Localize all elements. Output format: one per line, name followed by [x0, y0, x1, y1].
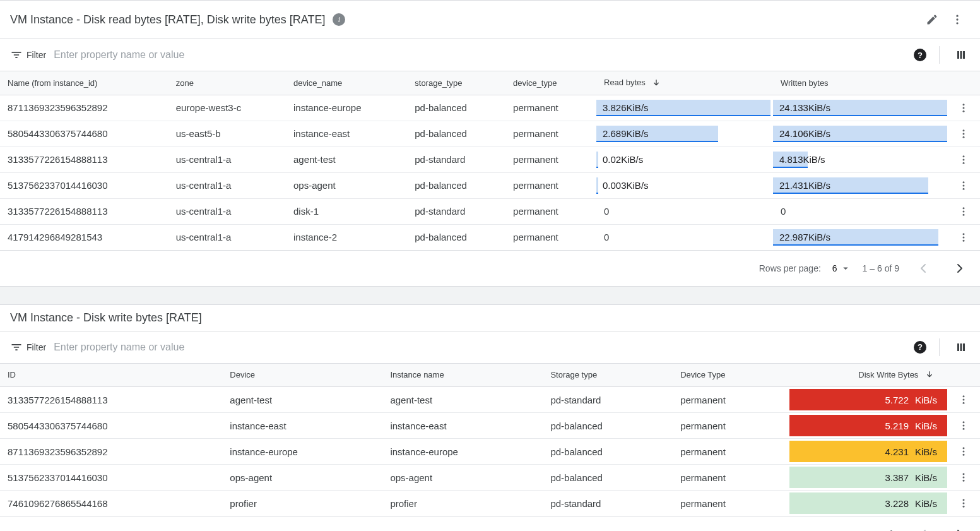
col-devtype[interactable]: Device Type	[673, 364, 789, 387]
cell-id: 3133577226154888113	[0, 387, 222, 413]
row-menu-button[interactable]	[955, 468, 972, 486]
cell-instance: ops-agent	[382, 465, 543, 491]
info-icon[interactable]: i	[333, 13, 345, 26]
more-vert-icon	[951, 13, 964, 26]
svg-point-23	[963, 402, 965, 404]
row-menu-button[interactable]	[955, 494, 972, 512]
cell-devtype: permanent	[673, 413, 789, 439]
panel2-header: VM Instance - Disk write bytes [RATE]	[0, 305, 980, 331]
column-settings-button[interactable]	[952, 338, 970, 356]
cell-read-bytes: 0.02KiB/s	[594, 146, 770, 172]
chevron-left-icon	[916, 261, 931, 276]
cell-disk-write: 5.722KiB/s	[789, 387, 947, 413]
cell-storage: pd-balanced	[543, 439, 673, 465]
table-row: 5137562337014416030ops-agentops-agentpd-…	[0, 465, 980, 491]
cell-instance: instance-europe	[382, 439, 543, 465]
row-menu-button[interactable]	[955, 443, 972, 460]
cell-zone: europe-west3-c	[168, 95, 286, 121]
cell-storage-type: pd-balanced	[407, 121, 505, 146]
svg-point-0	[956, 15, 958, 17]
table-row: 417914296849281543us-central1-ainstance-…	[0, 224, 980, 250]
col-storage-type[interactable]: storage_type	[407, 71, 505, 95]
column-settings-button[interactable]	[952, 46, 970, 64]
panel-more-button[interactable]	[945, 7, 970, 32]
cell-device-name: agent-test	[286, 146, 407, 172]
cell-name: 5805443306375744680	[0, 121, 168, 146]
row-menu-button[interactable]	[955, 125, 972, 143]
col-storage[interactable]: Storage type	[543, 364, 673, 387]
panel-disk-read-write: VM Instance - Disk read bytes [RATE], Di…	[0, 0, 980, 287]
svg-point-21	[963, 395, 965, 397]
more-vert-icon	[958, 394, 969, 405]
panel1-filter-input[interactable]	[54, 43, 906, 67]
prev-page-button[interactable]	[911, 256, 936, 281]
col-id[interactable]: ID	[0, 364, 222, 387]
row-menu-button[interactable]	[955, 229, 972, 246]
panel2-header-row: ID Device Instance name Storage type Dev…	[0, 364, 980, 387]
svg-point-28	[963, 451, 965, 453]
filter-list-icon	[10, 49, 23, 61]
cell-disk-write: 3.228KiB/s	[789, 491, 947, 516]
cell-written-bytes: 0	[770, 198, 947, 224]
dropdown-icon	[840, 263, 851, 274]
col-instance[interactable]: Instance name	[382, 364, 543, 387]
cell-read-bytes: 2.689KiB/s	[594, 121, 770, 146]
next-page-button[interactable]	[947, 522, 972, 531]
svg-point-14	[963, 188, 965, 189]
more-vert-icon	[958, 472, 969, 483]
col-name[interactable]: Name (from instance_id)	[0, 71, 168, 95]
cell-storage-type: pd-balanced	[407, 224, 505, 250]
row-menu-button[interactable]	[955, 391, 972, 409]
cell-zone: us-central1-a	[168, 146, 286, 172]
svg-point-25	[963, 425, 965, 427]
help-icon[interactable]: ?	[914, 341, 926, 354]
help-icon[interactable]: ?	[914, 49, 926, 61]
panel1-title: VM Instance - Disk read bytes [RATE], Di…	[10, 13, 325, 27]
cell-name: 8711369323596352892	[0, 95, 168, 121]
svg-point-12	[963, 181, 965, 183]
cell-disk-write: 4.231KiB/s	[789, 439, 947, 465]
more-vert-icon	[958, 498, 969, 509]
cell-storage: pd-standard	[543, 491, 673, 516]
col-written-bytes[interactable]: Written bytes	[770, 71, 947, 95]
row-menu-button[interactable]	[955, 151, 972, 169]
svg-point-9	[963, 155, 965, 157]
divider	[939, 46, 940, 64]
more-vert-icon	[958, 420, 969, 431]
table-row: 7461096276865544168profierprofierpd-stan…	[0, 491, 980, 516]
cell-storage-type: pd-standard	[407, 198, 505, 224]
svg-point-13	[963, 184, 965, 186]
row-menu-button[interactable]	[955, 417, 972, 434]
table-row: 3133577226154888113agent-testagent-testp…	[0, 387, 980, 413]
svg-point-35	[963, 506, 965, 508]
row-menu-button[interactable]	[955, 99, 972, 117]
cell-devtype: permanent	[673, 439, 789, 465]
prev-page-button[interactable]	[911, 522, 936, 531]
more-vert-icon	[958, 180, 969, 191]
row-menu-button[interactable]	[955, 177, 972, 194]
col-write[interactable]: Disk Write Bytes	[789, 364, 947, 387]
svg-point-20	[963, 239, 965, 241]
next-page-button[interactable]	[947, 256, 972, 281]
svg-point-17	[963, 213, 965, 215]
cell-storage-type: pd-standard	[407, 146, 505, 172]
panel2-title: VM Instance - Disk write bytes [RATE]	[10, 311, 202, 325]
panel1-filter-row: Filter ?	[0, 39, 980, 71]
cell-storage-type: pd-balanced	[407, 95, 505, 121]
panel2-filter-input[interactable]	[54, 335, 906, 359]
svg-point-2	[956, 22, 958, 24]
col-device-name[interactable]: device_name	[286, 71, 407, 95]
edit-button[interactable]	[919, 7, 945, 32]
rows-per-page-label: Rows per page:	[759, 263, 821, 273]
row-menu-button[interactable]	[955, 203, 972, 220]
svg-point-26	[963, 428, 965, 430]
rows-per-page-select[interactable]: 5	[832, 528, 851, 531]
cell-device: agent-test	[222, 387, 382, 413]
col-device[interactable]: Device	[222, 364, 382, 387]
col-device-type[interactable]: device_type	[505, 71, 594, 95]
panel2-filter-row: Filter ?	[0, 331, 980, 364]
col-read-bytes[interactable]: Read bytes	[594, 71, 770, 95]
more-vert-icon	[958, 206, 969, 217]
col-zone[interactable]: zone	[168, 71, 286, 95]
rows-per-page-select[interactable]: 6	[832, 263, 851, 274]
